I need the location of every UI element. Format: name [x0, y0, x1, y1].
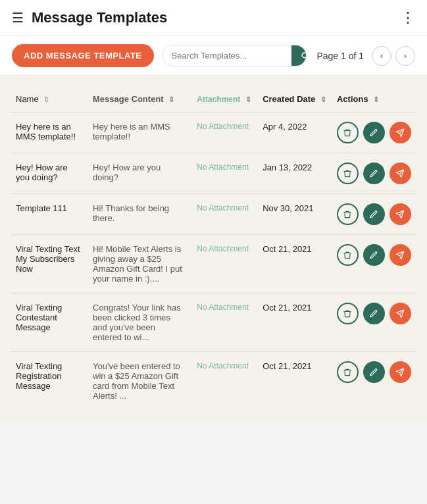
- pencil-icon: [369, 368, 378, 377]
- col-header-name: Name ⇕: [11, 86, 88, 113]
- delete-button-2[interactable]: [337, 203, 359, 225]
- trash-icon: [343, 309, 352, 318]
- trash-icon: [343, 210, 352, 219]
- pencil-icon: [369, 251, 378, 260]
- cell-date-2: Nov 30, 2021: [257, 194, 332, 235]
- cell-actions-5: [332, 352, 416, 411]
- actions-group-4: [337, 303, 411, 324]
- cell-date-5: Oct 21, 2021: [257, 352, 332, 411]
- delete-button-3[interactable]: [337, 244, 359, 266]
- send-button-0[interactable]: [389, 122, 411, 143]
- table-row: Viral Texting Contestant Message Congrat…: [11, 293, 416, 352]
- toolbar: ADD MESSAGE TEMPLATE Page 1 of 1 ‹ ›: [0, 36, 427, 76]
- cell-name-4: Viral Texting Contestant Message: [11, 293, 88, 352]
- search-container: [162, 45, 307, 66]
- add-message-template-button[interactable]: ADD MESSAGE TEMPLATE: [12, 44, 154, 67]
- sort-arrow-content[interactable]: ⇕: [168, 95, 174, 104]
- cell-date-3: Oct 21, 2021: [257, 235, 332, 293]
- send-icon: [395, 251, 405, 260]
- cell-actions-2: [332, 194, 416, 235]
- top-bar: ☰ Message Templates ⋮: [0, 0, 427, 36]
- table-body: Hey here is an MMS template!! Hey here i…: [11, 113, 416, 411]
- trash-icon: [343, 169, 352, 178]
- actions-group-0: [337, 122, 411, 143]
- send-button-5[interactable]: [389, 361, 411, 383]
- send-button-3[interactable]: [389, 244, 411, 266]
- delete-button-5[interactable]: [337, 361, 359, 383]
- pencil-icon: [369, 210, 378, 219]
- col-header-actions: Actions ⇕: [332, 86, 416, 113]
- edit-button-3[interactable]: [363, 244, 385, 266]
- col-header-date: Created Date ⇕: [257, 86, 332, 113]
- cell-date-1: Jan 13, 2022: [257, 153, 332, 194]
- actions-group-2: [337, 203, 411, 225]
- table-container: Name ⇕ Message Content ⇕ Attachment ⇕ Cr…: [0, 76, 427, 420]
- trash-icon: [343, 251, 352, 260]
- search-input[interactable]: [163, 45, 291, 66]
- cell-actions-3: [332, 235, 416, 293]
- send-icon: [395, 210, 405, 219]
- search-button[interactable]: [291, 45, 307, 66]
- search-icon: [300, 51, 307, 61]
- send-icon: [395, 128, 405, 138]
- delete-button-4[interactable]: [337, 303, 359, 324]
- col-header-content: Message Content ⇕: [88, 86, 191, 113]
- prev-page-button[interactable]: ‹: [372, 46, 391, 66]
- col-header-attachment: Attachment ⇕: [191, 86, 257, 113]
- send-button-4[interactable]: [389, 303, 411, 324]
- pencil-icon: [369, 128, 378, 138]
- cell-actions-4: [332, 293, 416, 352]
- page-navigation: ‹ ›: [372, 46, 415, 66]
- cell-content-1: Hey! How are you doing?: [88, 153, 191, 194]
- cell-attachment-4: No Attachment: [191, 293, 257, 352]
- sort-arrow-actions[interactable]: ⇕: [373, 95, 379, 104]
- send-icon: [395, 309, 405, 318]
- sort-arrow-name[interactable]: ⇕: [43, 95, 49, 104]
- edit-button-5[interactable]: [363, 361, 385, 383]
- edit-button-2[interactable]: [363, 203, 385, 225]
- cell-attachment-1: No Attachment: [191, 153, 257, 194]
- trash-icon: [343, 368, 352, 377]
- pagination-info: Page 1 of 1: [316, 51, 364, 61]
- table-row: Viral Texting Registration Message You'v…: [11, 352, 416, 411]
- cell-name-1: Hey! How are you doing?: [11, 153, 88, 194]
- page-title: Message Templates: [32, 9, 401, 26]
- pencil-icon: [369, 169, 378, 178]
- cell-content-5: You've been entered to win a $25 Amazon …: [88, 352, 191, 411]
- hamburger-icon[interactable]: ☰: [12, 10, 24, 26]
- table-row: Viral Texting Text My Subscribers Now Hi…: [11, 235, 416, 293]
- send-button-2[interactable]: [389, 203, 411, 225]
- cell-content-3: Hi! Mobile Text Alerts is giving away a …: [88, 235, 191, 293]
- edit-button-0[interactable]: [363, 122, 385, 143]
- delete-button-1[interactable]: [337, 163, 359, 184]
- cell-date-0: Apr 4, 2022: [257, 113, 332, 153]
- cell-content-2: Hi! Thanks for being there.: [88, 194, 191, 235]
- cell-name-5: Viral Texting Registration Message: [11, 352, 88, 411]
- cell-name-2: Template 111: [11, 194, 88, 235]
- edit-button-1[interactable]: [363, 163, 385, 184]
- actions-group-3: [337, 244, 411, 266]
- cell-date-4: Oct 21, 2021: [257, 293, 332, 352]
- send-icon: [395, 368, 405, 377]
- table-row: Hey here is an MMS template!! Hey here i…: [11, 113, 416, 153]
- cell-attachment-0: No Attachment: [191, 113, 257, 153]
- actions-group-1: [337, 163, 411, 184]
- sort-arrow-attachment[interactable]: ⇕: [245, 95, 251, 104]
- actions-group-5: [337, 361, 411, 383]
- cell-attachment-3: No Attachment: [191, 235, 257, 293]
- delete-button-0[interactable]: [337, 122, 359, 143]
- send-button-1[interactable]: [389, 163, 411, 184]
- table-row: Hey! How are you doing? Hey! How are you…: [11, 153, 416, 194]
- more-icon[interactable]: ⋮: [401, 9, 415, 26]
- trash-icon: [343, 128, 352, 138]
- cell-actions-0: [332, 113, 416, 153]
- sort-arrow-date[interactable]: ⇕: [320, 95, 326, 104]
- table-row: Template 111 Hi! Thanks for being there.…: [11, 194, 416, 235]
- next-page-button[interactable]: ›: [395, 46, 415, 66]
- cell-attachment-5: No Attachment: [191, 352, 257, 411]
- table-header: Name ⇕ Message Content ⇕ Attachment ⇕ Cr…: [11, 86, 416, 113]
- templates-table: Name ⇕ Message Content ⇕ Attachment ⇕ Cr…: [11, 86, 416, 410]
- edit-button-4[interactable]: [363, 303, 385, 324]
- cell-content-0: Hey here is an MMS template!!: [88, 113, 191, 153]
- cell-attachment-2: No Attachment: [191, 194, 257, 235]
